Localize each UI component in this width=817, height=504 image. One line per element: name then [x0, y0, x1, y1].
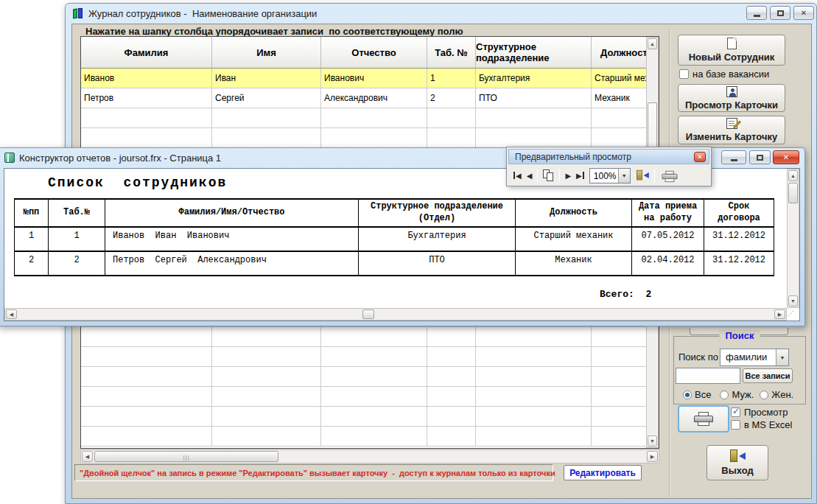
grid-cell: [81, 347, 212, 367]
report-cell: 02.04.2012: [632, 251, 704, 276]
report-title: Список сотрудников: [48, 175, 227, 190]
scroll-up-icon[interactable]: ▲: [648, 38, 657, 49]
report-vscroll-thumb[interactable]: [788, 183, 798, 203]
close-button[interactable]: ✕: [793, 6, 814, 20]
vacancy-checkbox[interactable]: на базе вакансии: [679, 69, 769, 80]
radio-all-label: Все: [695, 389, 711, 400]
grid-cell: Сергей: [212, 88, 321, 108]
grid-column-header[interactable]: Таб. №: [427, 37, 476, 68]
preview-checkbox-label: Просмотр: [744, 407, 788, 418]
report-close-button[interactable]: ✕: [773, 150, 799, 164]
scroll-left-icon[interactable]: ◀: [6, 309, 17, 319]
report-minimize-button[interactable]: [721, 150, 746, 164]
pages-icon[interactable]: [543, 169, 554, 181]
report-column-header: Срок договора: [704, 199, 774, 227]
excel-checkbox-label: в MS Excel: [744, 419, 792, 430]
last-page-button[interactable]: ▶: [576, 172, 584, 180]
new-document-icon: [727, 38, 737, 49]
print-button[interactable]: [678, 405, 729, 433]
scroll-right-icon[interactable]: ▶: [647, 451, 658, 462]
resize-grip[interactable]: ⋰: [788, 309, 798, 320]
grid-hscroll-thumb[interactable]: |||: [94, 451, 278, 462]
next-page-button[interactable]: ▶: [565, 172, 571, 180]
grid-header: ФамилияИмяОтчествоТаб. №Структурное подр…: [81, 37, 659, 69]
chevron-down-icon[interactable]: ▼: [776, 349, 788, 365]
report-hscroll-thumb[interactable]: [362, 309, 374, 319]
search-input[interactable]: [676, 368, 740, 384]
radio-male[interactable]: [720, 391, 729, 399]
grid-cell: [81, 387, 212, 407]
view-card-button[interactable]: Просмотр Карточки: [678, 84, 785, 112]
new-employee-button[interactable]: Новый Сотрудник: [678, 35, 785, 66]
table-row[interactable]: [81, 108, 659, 128]
search-field-combobox[interactable]: фамилии ▼: [720, 349, 789, 366]
report-column-header: Дата приема на работу: [632, 199, 704, 227]
scroll-left-icon[interactable]: ◀: [82, 451, 93, 462]
first-page-button[interactable]: ◀: [513, 172, 522, 180]
report-column-header: Структурное подразделение (Отдел): [359, 199, 516, 227]
grid-column-header[interactable]: Имя: [212, 37, 321, 68]
edit-mode-button[interactable]: Редактировать: [564, 465, 642, 480]
report-vscrollbar[interactable]: ▲ ▼: [787, 169, 799, 308]
chevron-down-icon[interactable]: ▼: [618, 169, 630, 183]
previous-page-button[interactable]: ◀: [527, 172, 533, 180]
table-row[interactable]: ИвановИванИванович1БухгалтерияСтарший ме…: [81, 69, 659, 88]
report-page: Список сотрудников №ппТаб.№Фамилия/Имя/О…: [4, 168, 800, 321]
grid-hscrollbar[interactable]: ◀ ||| ▶: [80, 449, 659, 463]
scroll-down-icon[interactable]: ▼: [648, 435, 657, 447]
preview-close-button[interactable]: ✕: [694, 152, 706, 162]
preview-toolbar-title: Предварительный просмотр: [515, 152, 694, 162]
table-row[interactable]: [81, 327, 659, 347]
radio-female-label: Жен.: [771, 389, 793, 400]
table-row[interactable]: [81, 407, 659, 427]
grid-cell: [212, 327, 321, 347]
report-cell: 31.12.2012: [704, 227, 774, 251]
grid-cell: [427, 108, 476, 128]
scroll-right-icon[interactable]: ▶: [774, 309, 785, 319]
report-cell: 2: [49, 251, 105, 276]
grid-cell: Иван: [212, 69, 321, 88]
toolbar-separator: [654, 169, 655, 182]
maximize-button[interactable]: [770, 6, 790, 20]
grid-cell: [212, 367, 321, 387]
preview-toolbar-titlebar: Предварительный просмотр ✕: [508, 149, 709, 164]
report-cell: Иванов Иван Иванович: [105, 227, 359, 251]
grid-cell: [476, 407, 592, 427]
radio-female[interactable]: [760, 391, 768, 399]
report-hscrollbar[interactable]: ◀ ▶: [4, 308, 787, 321]
scroll-up-icon[interactable]: ▲: [788, 170, 798, 181]
minimize-button[interactable]: [746, 6, 767, 20]
report-cell: 1: [49, 227, 105, 251]
table-row[interactable]: [81, 347, 659, 367]
grid-cell: [427, 347, 476, 367]
grid-column-header[interactable]: Структурное подразделение: [476, 37, 592, 68]
table-row[interactable]: [81, 128, 659, 148]
grid-cell: [81, 407, 212, 427]
radio-all[interactable]: [683, 391, 692, 399]
close-preview-door-icon[interactable]: [636, 170, 649, 181]
grid-cell: Александрович: [321, 88, 427, 108]
preview-toolbar: ◀ ◀ ▶ ▶ 100% ▼: [508, 166, 709, 185]
checkbox-box[interactable]: [731, 420, 740, 430]
table-row[interactable]: ПетровСергейАлександрович2ПТОМеханик: [81, 88, 659, 108]
grid-column-header[interactable]: Отчество: [321, 37, 427, 68]
excel-checkbox[interactable]: в MS Excel: [731, 419, 792, 430]
print-report-icon[interactable]: [662, 170, 677, 181]
table-row[interactable]: [81, 427, 659, 447]
scroll-down-icon[interactable]: ▼: [788, 295, 798, 307]
grid-cell: [81, 327, 212, 347]
table-row[interactable]: [81, 367, 659, 387]
edit-card-button[interactable]: Изменить Карточку: [678, 116, 785, 144]
all-records-button[interactable]: Все записи: [743, 368, 793, 383]
preview-checkbox[interactable]: ✓ Просмотр: [731, 407, 788, 418]
zoom-combobox[interactable]: 100% ▼: [589, 168, 631, 183]
exit-button[interactable]: Выход: [706, 445, 768, 480]
report-maximize-button[interactable]: [749, 150, 771, 164]
grid-cell: [321, 128, 427, 148]
table-row[interactable]: [81, 387, 659, 407]
grid-cell: ПТО: [476, 88, 592, 108]
grid-cell: [81, 427, 212, 447]
checkbox-box[interactable]: [679, 69, 689, 79]
grid-column-header[interactable]: Фамилия: [81, 37, 212, 68]
checkbox-box[interactable]: ✓: [731, 407, 740, 417]
